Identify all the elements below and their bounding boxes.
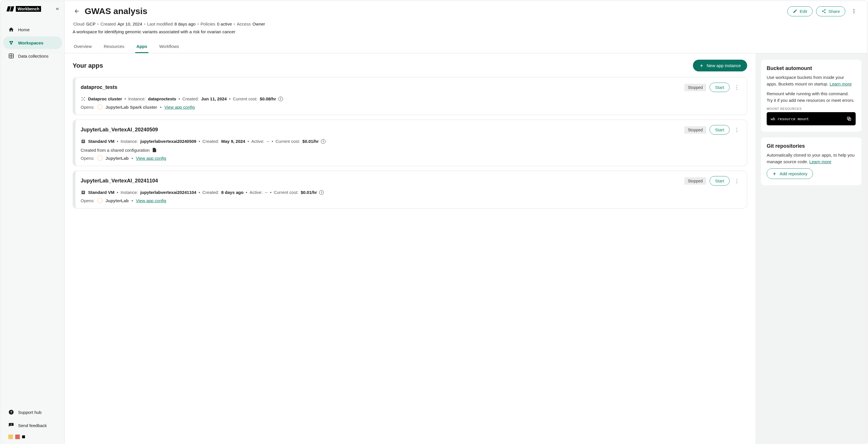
info-icon[interactable]: i <box>319 190 324 195</box>
help-icon: ? <box>8 409 14 415</box>
git-repos-panel: Git repositories Automatically cloned to… <box>761 137 861 185</box>
sidebar-item-label: Data collections <box>18 54 49 59</box>
page-menu-button[interactable] <box>849 6 859 16</box>
copy-icon <box>846 116 851 121</box>
svg-point-16 <box>854 9 854 10</box>
data-collections-icon <box>8 53 14 59</box>
info-icon[interactable]: i <box>278 97 283 101</box>
svg-rect-27 <box>82 141 84 141</box>
app-type: Dataproc cluster <box>88 95 122 103</box>
svg-rect-28 <box>82 141 84 142</box>
tab-overview[interactable]: Overview <box>73 40 93 53</box>
collapse-sidebar-icon[interactable] <box>55 7 60 11</box>
meta-row: Cloud GCP • Created Apr 10, 2024 • Last … <box>73 22 859 26</box>
app-active: -- <box>267 137 269 145</box>
tab-apps[interactable]: Apps <box>135 40 148 53</box>
more-vert-icon <box>851 8 857 14</box>
svg-point-22 <box>84 97 85 98</box>
sidebar-item-label: Home <box>18 27 30 32</box>
sidebar-item-data-collections[interactable]: Data collections <box>3 49 62 62</box>
status-badge: Stopped <box>684 177 706 185</box>
app-type: Standard VM <box>88 189 115 196</box>
avatar-icon <box>15 435 20 439</box>
home-icon <box>8 27 14 32</box>
share-button[interactable]: Share <box>816 6 845 16</box>
app-name: JupyterLab_VertexAI_20240509 <box>81 127 681 133</box>
start-button[interactable]: Start <box>710 82 730 92</box>
automount-panel: Bucket automount Use workspace buckets f… <box>761 60 861 132</box>
code-label: MOUNT RESOURCES <box>767 107 856 110</box>
brand-name: Workbench <box>16 6 41 12</box>
sidebar-item-label: Support hub <box>18 410 42 415</box>
app-name: JupyterLab_VertexAI_20241104 <box>81 178 681 184</box>
view-app-config-link[interactable]: View app config <box>164 105 195 109</box>
share-icon <box>822 9 826 13</box>
app-card: dataproc_tests Stopped Start ⋮ Dataproc … <box>73 77 747 115</box>
add-repository-button[interactable]: Add repository <box>767 168 813 179</box>
app-note: Created from a shared configuration <box>81 147 741 152</box>
svg-point-0 <box>9 41 11 43</box>
start-button[interactable]: Start <box>710 176 730 185</box>
tabs: Overview Resources Apps Workflows <box>73 40 859 53</box>
tab-resources[interactable]: Resources <box>103 40 126 53</box>
main: GWAS analysis Edit Share Cloud GCP • Cre… <box>65 1 867 444</box>
app-active: -- <box>265 189 268 196</box>
svg-point-12 <box>822 11 823 12</box>
svg-point-2 <box>10 43 12 44</box>
sidebar-item-support[interactable]: ? Support hub <box>3 406 62 418</box>
svg-point-1 <box>11 41 13 43</box>
plus-icon <box>699 63 704 68</box>
view-app-config-link[interactable]: View app config <box>136 156 166 161</box>
app-created: 8 days ago <box>221 189 244 196</box>
app-menu-button[interactable]: ⋮ <box>733 178 741 184</box>
learn-more-link[interactable]: Learn more <box>830 81 851 86</box>
svg-point-18 <box>854 12 854 13</box>
info-icon[interactable]: i <box>321 139 326 144</box>
brand-logo-icon <box>7 6 14 11</box>
svg-text:?: ? <box>10 410 12 414</box>
vm-icon <box>81 190 86 195</box>
new-app-instance-button[interactable]: New app instance <box>693 60 747 71</box>
status-badge: Stopped <box>684 126 706 134</box>
start-button[interactable]: Start <box>710 125 730 135</box>
svg-line-15 <box>823 11 825 12</box>
app-opens: JupyterLab <box>105 156 129 161</box>
vm-icon <box>81 139 86 144</box>
code-text: wb resource mount <box>771 117 846 121</box>
file-icon <box>152 147 157 152</box>
sidebar-item-label: Send feedback <box>18 423 47 428</box>
panel-title: Git repositories <box>767 143 856 149</box>
app-cost: $0.08/hr <box>260 95 276 103</box>
apps-column: Your apps New app instance dataproc_test… <box>65 53 755 444</box>
copy-button[interactable] <box>846 116 851 121</box>
app-menu-button[interactable]: ⋮ <box>733 84 741 91</box>
user-row[interactable] <box>3 432 62 441</box>
jupyter-icon <box>97 104 102 109</box>
nav: Home Workspaces Data collections <box>1 23 64 62</box>
avatar-icon <box>22 435 25 438</box>
svg-point-13 <box>825 12 826 13</box>
app-card: JupyterLab_VertexAI_20241104 Stopped Sta… <box>73 171 747 208</box>
app-name: dataproc_tests <box>81 84 681 90</box>
back-button[interactable] <box>73 7 81 15</box>
svg-rect-9 <box>11 425 11 425</box>
learn-more-link[interactable]: Learn more <box>809 159 831 164</box>
view-app-config-link[interactable]: View app config <box>136 198 166 203</box>
svg-point-17 <box>854 11 854 11</box>
app-created: Jun 11, 2024 <box>201 95 227 103</box>
sidebar-item-feedback[interactable]: Send feedback <box>3 419 62 432</box>
svg-line-14 <box>823 10 825 11</box>
app-instance: jupyterlabvertexai20241104 <box>141 189 196 196</box>
sidebar-item-home[interactable]: Home <box>3 23 62 36</box>
edit-button[interactable]: Edit <box>787 6 813 16</box>
tab-workflows[interactable]: Workflows <box>158 40 180 53</box>
dataproc-icon <box>81 96 86 102</box>
app-menu-button[interactable]: ⋮ <box>733 127 741 133</box>
jupyter-icon <box>97 156 102 161</box>
section-title: Your apps <box>73 62 693 69</box>
feedback-icon <box>8 422 14 428</box>
page-title: GWAS analysis <box>85 6 784 16</box>
edit-icon <box>793 9 797 13</box>
app-instance: jupyterlabvertexai20240509 <box>141 137 196 145</box>
sidebar-item-workspaces[interactable]: Workspaces <box>3 36 62 49</box>
